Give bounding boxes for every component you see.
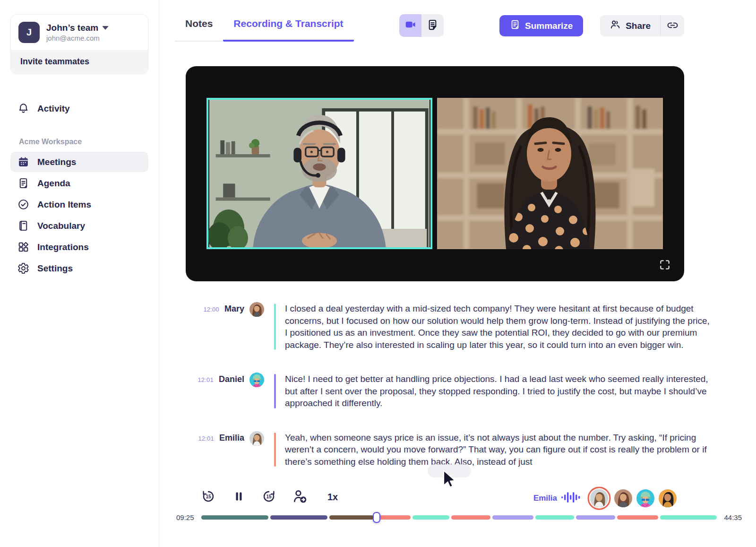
- sidebar-item-action-items[interactable]: Action Items: [10, 194, 148, 215]
- waveform-icon: [561, 491, 581, 505]
- speaker-video-man: [208, 100, 430, 247]
- bell-icon: [17, 103, 29, 114]
- fullscreen-icon: [659, 265, 671, 272]
- participant-avatar[interactable]: [659, 489, 677, 507]
- timeline-segment[interactable]: [412, 515, 449, 520]
- video-view-button[interactable]: [399, 14, 421, 37]
- view-toggle: [399, 14, 444, 37]
- team-switcher[interactable]: J John’s team john@acme.com: [11, 15, 148, 50]
- forward-15-icon: 15: [261, 489, 276, 505]
- timeline-track[interactable]: [201, 515, 717, 520]
- team-email: john@acme.com: [46, 34, 109, 42]
- share-label: Share: [626, 21, 651, 31]
- chevron-down-icon: [102, 26, 109, 30]
- entry-speaker-name: Daniel: [219, 374, 244, 384]
- sidebar-item-label: Meetings: [37, 157, 76, 167]
- skip-speaker-button[interactable]: [292, 488, 308, 506]
- entry-speaker-name: Emilia: [219, 433, 244, 443]
- video-tile-speaker-2[interactable]: [437, 98, 663, 249]
- invite-teammates-button[interactable]: Invite teammates: [11, 50, 148, 73]
- agenda-doc-icon: [17, 177, 29, 189]
- tab-notes[interactable]: Notes: [175, 16, 223, 42]
- entry-speaker-name: Mary: [224, 304, 244, 314]
- entry-timestamp[interactable]: 12:01: [198, 435, 214, 442]
- sidebar-item-label: Action Items: [37, 200, 91, 210]
- daniel-avatar: [249, 373, 264, 387]
- sidebar-item-label: Integrations: [37, 242, 89, 252]
- mary-avatar[interactable]: [614, 489, 632, 507]
- emilia-avatar[interactable]: [590, 489, 608, 507]
- timeline-segment[interactable]: [201, 515, 268, 520]
- notes-view-button[interactable]: [421, 14, 444, 37]
- tab-recording-transcript[interactable]: Recording & Transcript: [223, 16, 353, 42]
- sidebar-item-meetings[interactable]: Meetings: [10, 152, 148, 172]
- timeline-segment[interactable]: [451, 515, 490, 520]
- timeline-segment[interactable]: [492, 515, 533, 520]
- app-root: J John’s team john@acme.com Invite teamm…: [0, 0, 756, 547]
- sidebar: J John’s team john@acme.com Invite teamm…: [0, 0, 159, 547]
- share-button[interactable]: Share: [600, 15, 660, 36]
- current-time: 09:25: [176, 513, 194, 521]
- pause-icon: [232, 489, 246, 505]
- transcript-list: 12:00 Mary I closed a deal yesterday wit…: [159, 303, 756, 490]
- fullscreen-button[interactable]: [659, 259, 671, 271]
- timeline: 09:25 44:35: [176, 513, 742, 521]
- mary-avatar: [249, 302, 264, 317]
- share-people-icon: [610, 19, 621, 33]
- book-icon: [17, 220, 29, 232]
- speaker-color-bar: [274, 374, 276, 408]
- team-card: J John’s team john@acme.com Invite teamm…: [10, 14, 148, 74]
- cursor-pointer: [439, 469, 458, 492]
- sidebar-item-label: Vocabulary: [37, 221, 85, 231]
- timeline-segment[interactable]: [376, 515, 411, 520]
- sidebar-item-label: Activity: [37, 104, 70, 114]
- svg-text:15: 15: [206, 494, 211, 499]
- timeline-playhead[interactable]: [373, 512, 380, 523]
- timeline-segment[interactable]: [329, 515, 374, 520]
- rewind-15-icon: 15: [201, 489, 216, 505]
- active-speaker-label: Emilia: [533, 494, 557, 503]
- video-player: [186, 66, 684, 281]
- sidebar-item-label: Settings: [37, 263, 73, 274]
- total-time: 44:35: [724, 513, 742, 521]
- summarize-button[interactable]: Summarize: [499, 15, 583, 36]
- transcript-text[interactable]: Nice! I need to get better at handling p…: [285, 373, 756, 409]
- summarize-doc-icon: [510, 19, 520, 32]
- speaker-video-woman: [437, 98, 663, 249]
- timeline-segment[interactable]: [535, 515, 575, 520]
- sidebar-item-vocabulary[interactable]: Vocabulary: [10, 216, 148, 236]
- link-icon: [667, 19, 679, 33]
- sidebar-item-label: Agenda: [37, 178, 70, 189]
- calendar-icon: [17, 156, 29, 168]
- main-content: Notes Recording & Transcript: [159, 0, 756, 547]
- timeline-segment[interactable]: [617, 515, 658, 520]
- transcript-text[interactable]: I closed a deal yesterday with a mid-siz…: [285, 303, 756, 351]
- pause-button[interactable]: [232, 489, 246, 505]
- emilia-avatar: [249, 431, 264, 446]
- video-tile-active-speaker[interactable]: [206, 98, 432, 249]
- tabs: Notes Recording & Transcript: [175, 16, 354, 42]
- team-avatar: J: [18, 22, 40, 43]
- forward-15-button[interactable]: 15: [261, 489, 276, 505]
- sidebar-item-activity[interactable]: Activity: [10, 98, 148, 119]
- timeline-segment[interactable]: [576, 515, 615, 520]
- team-name: John’s team: [46, 23, 98, 33]
- sidebar-item-agenda[interactable]: Agenda: [10, 173, 148, 193]
- timeline-segment[interactable]: [660, 515, 717, 520]
- svg-text:15: 15: [266, 494, 272, 499]
- timeline-segment[interactable]: [270, 515, 327, 520]
- skip-speaker-icon: [292, 488, 308, 506]
- entry-timestamp[interactable]: 12:00: [203, 306, 219, 313]
- transcript-entry: 12:00 Mary I closed a deal yesterday wit…: [159, 303, 756, 351]
- copy-link-button[interactable]: [661, 15, 684, 36]
- daniel-avatar[interactable]: [636, 489, 654, 507]
- transcript-text[interactable]: Yeah, when someone says price is an issu…: [285, 432, 756, 468]
- transcript-entry: 12:01 Daniel Nice! I need to get better …: [159, 373, 756, 409]
- entry-timestamp[interactable]: 12:01: [198, 376, 214, 383]
- playback-speed[interactable]: 1x: [327, 492, 338, 503]
- sidebar-item-settings[interactable]: Settings: [10, 258, 148, 278]
- speaker-color-bar: [274, 304, 276, 350]
- share-group: Share: [600, 15, 684, 36]
- sidebar-item-integrations[interactable]: Integrations: [10, 237, 148, 257]
- rewind-15-button[interactable]: 15: [201, 489, 216, 505]
